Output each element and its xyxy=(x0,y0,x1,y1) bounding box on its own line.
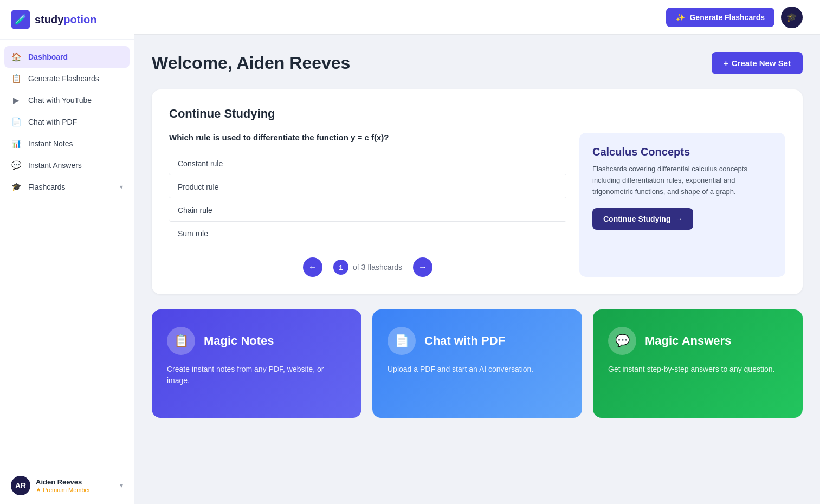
chat-pdf-icon: 📄 xyxy=(388,327,416,355)
info-panel-desc: Flashcards covering differential calculu… xyxy=(592,164,772,197)
page-header: Welcome, Aiden Reeves + Create New Set xyxy=(152,52,803,74)
page-title: Welcome, Aiden Reeves xyxy=(152,53,350,73)
feature-card-magic-answers-title: Magic Answers xyxy=(645,334,731,348)
sidebar-item-generate-flashcards[interactable]: 📋 Generate Flashcards xyxy=(0,68,134,89)
generate-flashcards-button[interactable]: ✨ Generate Flashcards xyxy=(666,8,774,27)
sidebar-item-chat-pdf-label: Chat with PDF xyxy=(28,118,77,126)
main-content: ✨ Generate Flashcards 🎓 Welcome, Aiden R… xyxy=(134,0,820,504)
feature-card-magic-notes-title: Magic Notes xyxy=(204,334,274,348)
feature-card-magic-notes-desc: Create instant notes from any PDF, websi… xyxy=(167,364,346,386)
feature-card-magic-answers-desc: Get instant step-by-step answers to any … xyxy=(608,364,787,375)
sidebar-nav: 🏠 Dashboard 📋 Generate Flashcards ▶ Chat… xyxy=(0,40,134,467)
logo-text: studypotion xyxy=(35,14,96,26)
sparkle-icon: ✨ xyxy=(676,13,685,22)
page-content: Welcome, Aiden Reeves + Create New Set C… xyxy=(134,35,820,504)
logo: 🧪 studypotion xyxy=(0,0,134,40)
answer-option-1[interactable]: Product rule xyxy=(169,176,566,198)
arrow-right-icon: → xyxy=(675,215,682,223)
user-badge: ★ Premium Member xyxy=(36,486,114,493)
flashcard-counter: 1 of 3 flashcards xyxy=(333,260,402,275)
flashcard-nav: ← 1 of 3 flashcards → xyxy=(169,257,566,277)
sidebar-item-instant-notes-label: Instant Notes xyxy=(28,139,73,148)
user-avatar-button[interactable]: 🎓 xyxy=(781,7,803,28)
answer-options: Constant rule Product rule Chain rule Su… xyxy=(169,153,566,244)
create-new-set-button[interactable]: + Create New Set xyxy=(712,52,803,74)
current-card-badge: 1 xyxy=(333,260,348,275)
flashcard-section: Which rule is used to differentiate the … xyxy=(169,133,566,277)
continue-studying-button[interactable]: Continue Studying → xyxy=(592,208,693,230)
flashcard-question: Which rule is used to differentiate the … xyxy=(169,133,566,142)
notes-icon: 📊 xyxy=(11,139,22,148)
sidebar-item-flashcards[interactable]: 🎓 Flashcards ▾ xyxy=(0,176,134,198)
info-panel: Calculus Concepts Flashcards covering di… xyxy=(579,133,785,277)
sidebar-item-instant-notes[interactable]: 📊 Instant Notes xyxy=(0,133,134,154)
user-profile[interactable]: AR Aiden Reeves ★ Premium Member ▾ xyxy=(0,467,134,504)
topbar: ✨ Generate Flashcards 🎓 xyxy=(134,0,820,35)
magic-answers-icon: 💬 xyxy=(608,327,636,355)
sidebar: 🧪 studypotion 🏠 Dashboard 📋 Generate Fla… xyxy=(0,0,134,504)
feature-card-chat-pdf-title: Chat with PDF xyxy=(424,334,505,348)
feature-card-chat-pdf-desc: Upload a PDF and start an AI conversatio… xyxy=(388,364,567,375)
pdf-icon: 📄 xyxy=(11,117,22,127)
answer-option-3[interactable]: Sum rule xyxy=(169,223,566,244)
feature-cards: 📋 Magic Notes Create instant notes from … xyxy=(152,309,803,418)
user-info: Aiden Reeves ★ Premium Member xyxy=(36,478,114,493)
sidebar-item-chat-pdf[interactable]: 📄 Chat with PDF xyxy=(0,111,134,133)
next-flashcard-button[interactable]: → xyxy=(413,257,432,277)
study-card: Continue Studying Which rule is used to … xyxy=(152,89,803,294)
chevron-down-icon: ▾ xyxy=(120,183,123,191)
home-icon: 🏠 xyxy=(11,52,22,62)
sidebar-item-dashboard-label: Dashboard xyxy=(28,53,68,61)
star-icon: ★ xyxy=(36,486,41,493)
answer-option-0[interactable]: Constant rule xyxy=(169,153,566,175)
sidebar-item-flashcards-label: Flashcards xyxy=(28,183,65,191)
feature-card-chat-pdf[interactable]: 📄 Chat with PDF Upload a PDF and start a… xyxy=(372,309,582,418)
feature-card-chat-pdf-header: 📄 Chat with PDF xyxy=(388,327,567,355)
prev-flashcard-button[interactable]: ← xyxy=(303,257,322,277)
feature-card-magic-notes-header: 📋 Magic Notes xyxy=(167,327,346,355)
flashcards-icon: 🎓 xyxy=(11,182,22,192)
answers-icon: 💬 xyxy=(11,160,22,170)
logo-icon: 🧪 xyxy=(11,10,30,29)
sidebar-item-generate-flashcards-label: Generate Flashcards xyxy=(28,74,99,83)
sidebar-item-instant-answers[interactable]: 💬 Instant Answers xyxy=(0,154,134,176)
answer-option-2[interactable]: Chain rule xyxy=(169,199,566,222)
sidebar-item-dashboard[interactable]: 🏠 Dashboard xyxy=(4,46,130,68)
feature-card-magic-notes[interactable]: 📋 Magic Notes Create instant notes from … xyxy=(152,309,361,418)
sidebar-item-chat-youtube-label: Chat with YouTube xyxy=(28,96,92,105)
total-cards-label: of 3 flashcards xyxy=(353,263,402,272)
study-card-title: Continue Studying xyxy=(169,107,785,121)
sidebar-item-chat-youtube[interactable]: ▶ Chat with YouTube xyxy=(0,89,134,111)
plus-icon: + xyxy=(724,59,728,68)
study-card-inner: Which rule is used to differentiate the … xyxy=(169,133,785,277)
feature-card-magic-answers[interactable]: 💬 Magic Answers Get instant step-by-step… xyxy=(593,309,803,418)
feature-card-magic-answers-header: 💬 Magic Answers xyxy=(608,327,787,355)
user-icon: 🎓 xyxy=(786,12,797,22)
info-panel-title: Calculus Concepts xyxy=(592,146,772,158)
generate-icon: 📋 xyxy=(11,74,22,83)
youtube-icon: ▶ xyxy=(11,95,22,105)
user-name: Aiden Reeves xyxy=(36,478,114,486)
avatar: AR xyxy=(11,476,30,495)
user-chevron-icon: ▾ xyxy=(120,482,123,489)
sidebar-item-instant-answers-label: Instant Answers xyxy=(28,161,82,170)
magic-notes-icon: 📋 xyxy=(167,327,195,355)
